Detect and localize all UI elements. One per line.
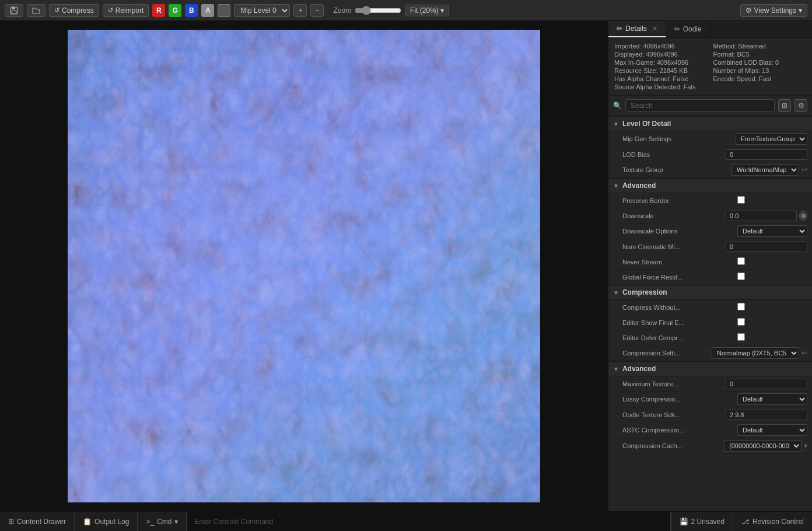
- section-level-of-detail[interactable]: ▼ Level Of Detail: [608, 116, 812, 131]
- prop-label-compression-settings: Compression Setti...: [622, 350, 712, 357]
- maximum-texture-input[interactable]: [726, 379, 807, 389]
- unsaved-tab[interactable]: 💾 2 Unsaved: [671, 512, 733, 531]
- grid-view-button[interactable]: ⊞: [778, 99, 791, 112]
- prop-value-downscale: ⊕: [726, 211, 807, 221]
- tab-oodle[interactable]: ✏ Oodle: [666, 21, 710, 37]
- prop-downscale: Downscale ⊕: [608, 208, 812, 223]
- texture-group-reset-button[interactable]: ↩: [802, 166, 807, 174]
- prop-value-compression-settings: Normalmap (DXT5, BC5 Default Masks ↩: [712, 347, 807, 359]
- revision-control-tab[interactable]: ⎇ Revision Control: [733, 512, 812, 531]
- bottom-bar: ⊞ Content Drawer 📋 Output Log >_ Cmd ▾ 💾…: [0, 511, 812, 531]
- reimport-label: Reimport: [116, 6, 144, 15]
- gear-icon: ⚙: [746, 6, 752, 15]
- zoom-label: Zoom: [333, 6, 351, 15]
- prop-maximum-texture: Maximum Texture...: [608, 376, 812, 392]
- prop-value-global-force-residency: [737, 273, 807, 282]
- content-drawer-tab[interactable]: ⊞ Content Drawer: [0, 512, 75, 531]
- prop-value-lossy-compression: Default Low High: [737, 393, 807, 405]
- oodle-texture-sdk-input[interactable]: [726, 410, 807, 420]
- content-drawer-icon: ⊞: [8, 518, 14, 526]
- save-button[interactable]: [5, 4, 23, 17]
- prop-label-num-cinematic-mip: Num Cinematic Mi...: [622, 243, 726, 250]
- channel-r-button[interactable]: R: [152, 4, 165, 17]
- mip-level-select[interactable]: Mip Level 0 Mip Level 1 Mip Level 2: [234, 4, 290, 17]
- prop-lossy-compression: Lossy Compressio... Default Low High: [608, 392, 812, 407]
- zoom-out-button[interactable]: −: [310, 4, 324, 17]
- lossy-compression-select[interactable]: Default Low High: [737, 393, 807, 405]
- compression-cache-reset-button[interactable]: ▾: [804, 442, 807, 450]
- content-drawer-label: Content Drawer: [17, 518, 66, 526]
- prop-label-preserve-border: Preserve Border: [622, 197, 737, 204]
- texture-display: [68, 30, 540, 502]
- cmd-tab[interactable]: >_ Cmd ▾: [138, 512, 187, 531]
- svg-rect-2: [12, 11, 16, 13]
- prop-compression-settings: Compression Setti... Normalmap (DXT5, BC…: [608, 345, 812, 361]
- prop-label-editor-defer-compression: Editor Defer Compr...: [622, 334, 737, 341]
- open-folder-button[interactable]: [27, 4, 46, 17]
- lod-bias-input[interactable]: [726, 149, 807, 160]
- svg-rect-4: [68, 30, 540, 502]
- chevron-down-icon: ▾: [440, 6, 444, 15]
- prop-astc-compression: ASTC Compression... Default Low High: [608, 422, 812, 438]
- downscale-add-button[interactable]: ⊕: [799, 211, 807, 221]
- channel-g-button[interactable]: G: [169, 4, 181, 17]
- zoom-slider[interactable]: [355, 6, 401, 15]
- zoom-fit-button[interactable]: Fit (20%) ▾: [405, 5, 449, 16]
- prop-lod-bias: LOD Bias: [608, 147, 812, 162]
- tab-details-close[interactable]: ✕: [652, 25, 657, 33]
- section-advanced-1[interactable]: ▼ Advanced: [608, 178, 812, 193]
- section-arrow-adv1: ▼: [613, 183, 619, 189]
- texture-viewport: [0, 21, 608, 511]
- section-arrow-adv2: ▼: [613, 366, 619, 372]
- tab-details[interactable]: ✏ Details ✕: [608, 21, 666, 37]
- compress-button[interactable]: ↺ Compress: [49, 4, 99, 17]
- astc-compression-select[interactable]: Default Low High: [737, 424, 807, 436]
- section-title-lod: Level Of Detail: [622, 120, 671, 128]
- prop-label-texture-group: Texture Group: [622, 166, 732, 173]
- editor-defer-compression-checkbox[interactable]: [737, 333, 745, 341]
- section-advanced-2[interactable]: ▼ Advanced: [608, 361, 812, 376]
- prop-value-editor-show-final: [737, 318, 807, 327]
- reimport-button[interactable]: ↺ Reimport: [103, 4, 149, 17]
- texture-group-select[interactable]: WorldNormalMap World UI: [732, 164, 799, 176]
- console-command-input[interactable]: [187, 512, 670, 531]
- prop-editor-defer-compression: Editor Defer Compr...: [608, 330, 812, 345]
- prop-value-editor-defer-compression: [737, 333, 807, 343]
- prop-oodle-texture-sdk: Oodle Texture Sdk...: [608, 407, 812, 422]
- filter-settings-button[interactable]: ⚙: [794, 99, 807, 112]
- prop-mip-gen-settings: Mip Gen Settings FromTextureGroup Simple…: [608, 131, 812, 147]
- downscale-input[interactable]: [726, 211, 797, 221]
- compression-settings-reset-button[interactable]: ↩: [802, 349, 807, 357]
- editor-show-final-checkbox[interactable]: [737, 318, 745, 326]
- view-settings-button[interactable]: ⚙ View Settings ▾: [740, 4, 808, 17]
- properties-panel: ▼ Level Of Detail Mip Gen Settings FromT…: [608, 116, 812, 511]
- compression-cache-select[interactable]: {00000000-0000-000: [724, 440, 802, 452]
- output-log-tab[interactable]: 📋 Output Log: [75, 512, 138, 531]
- section-title-adv2: Advanced: [622, 365, 656, 373]
- compress-without-checkbox[interactable]: [737, 303, 745, 310]
- search-icon: 🔍: [613, 102, 622, 110]
- svg-rect-1: [12, 7, 15, 9]
- channel-a-button[interactable]: A: [201, 4, 214, 17]
- prop-never-stream: Never Stream: [608, 254, 812, 270]
- texture-overlay: [68, 30, 540, 502]
- cmd-icon: >_: [146, 518, 154, 526]
- global-force-residency-checkbox[interactable]: [737, 273, 745, 280]
- info-has-alpha: Has Alpha Channel: False: [614, 75, 708, 82]
- mip-gen-settings-select[interactable]: FromTextureGroup SimpleAverage Sharpen0: [736, 133, 807, 145]
- chevron-down-icon: ▾: [799, 6, 802, 15]
- compression-settings-select[interactable]: Normalmap (DXT5, BC5 Default Masks: [712, 347, 799, 359]
- prop-label-maximum-texture: Maximum Texture...: [622, 380, 726, 387]
- search-input[interactable]: [625, 99, 775, 112]
- prop-value-texture-group: WorldNormalMap World UI ↩: [732, 164, 807, 176]
- never-stream-checkbox[interactable]: [737, 257, 745, 265]
- section-compression[interactable]: ▼ Compression: [608, 285, 812, 300]
- reimport-icon: ↺: [108, 6, 113, 14]
- downscale-options-select[interactable]: Default Simple Advanced: [737, 225, 807, 237]
- num-cinematic-mip-input[interactable]: [726, 242, 807, 252]
- zoom-in-button[interactable]: +: [293, 4, 307, 17]
- channel-b-button[interactable]: B: [185, 4, 198, 17]
- info-imported: Imported: 4096x4096: [614, 43, 708, 50]
- preserve-border-checkbox[interactable]: [737, 196, 745, 204]
- zoom-area: Zoom Fit (20%) ▾: [333, 5, 449, 16]
